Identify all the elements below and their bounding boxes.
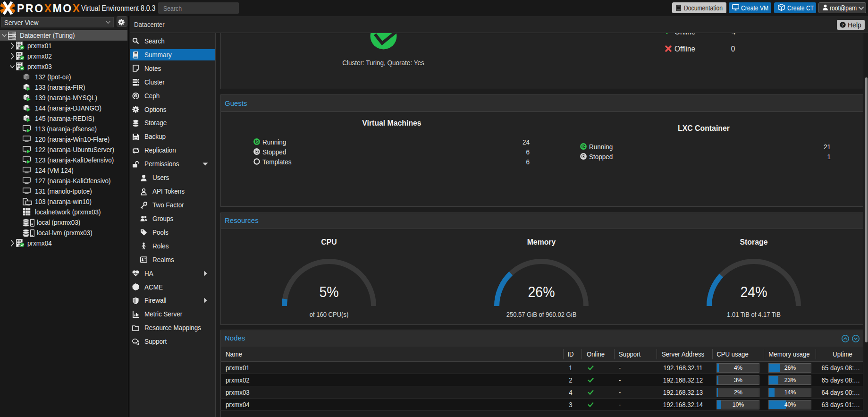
svg-text:?: ?: [842, 23, 844, 27]
